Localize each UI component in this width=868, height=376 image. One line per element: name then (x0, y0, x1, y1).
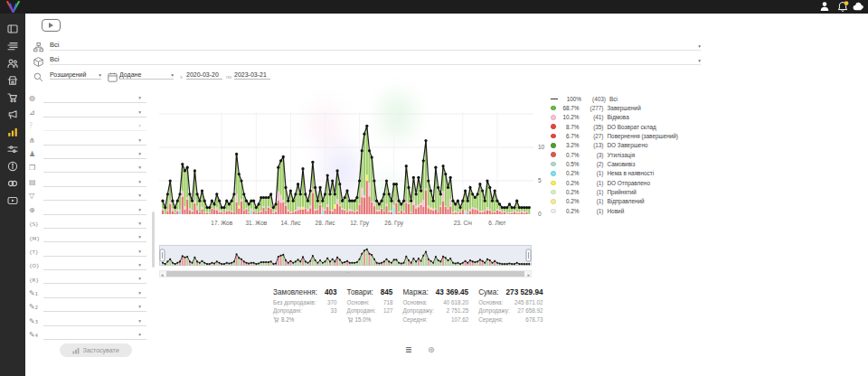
chart-scrollbar[interactable]: ◂ ⋯ ▸ (159, 270, 532, 277)
stat-sub-value: 2 751.25 (447, 307, 469, 314)
custom-4-select[interactable] (43, 330, 146, 340)
sidebar-item-orders[interactable] (7, 39, 18, 50)
scroll-left-icon[interactable]: ◂ (161, 272, 164, 277)
funnel-select[interactable] (43, 191, 146, 201)
cloud-icon[interactable] (853, 1, 864, 12)
sidebar-item-store[interactable] (7, 73, 18, 84)
product-view-icon[interactable]: ⊛ (428, 345, 435, 354)
topbar (0, 0, 868, 14)
legend-item[interactable]: 0.2%(1)Нема в наявності (551, 169, 701, 178)
product-filter-value: Всі (50, 55, 59, 63)
filter-row-custom-3[interactable]: ✎₃▾ (29, 312, 146, 325)
video-panel-icon[interactable] (42, 19, 61, 32)
stats-column: Сума:273 529.94Основна:245 871.02Допрода… (478, 288, 542, 323)
badge-s-select[interactable] (43, 219, 146, 229)
filter-row-badge-o[interactable]: {O}▾ (29, 257, 146, 270)
filter-row-badge-m[interactable]: {M}▾ (29, 229, 146, 242)
main-chart[interactable]: 17. Жов31. Жов14. Лис28. Лис12. Гру26. Г… (159, 89, 548, 231)
filter-row-region[interactable]: ⊕▾ (29, 201, 146, 214)
date-field-select[interactable]: Додане ▾ (119, 70, 174, 80)
scroll-right-icon[interactable]: ▸ (527, 272, 530, 277)
person-select[interactable] (43, 149, 146, 159)
category-filter[interactable]: Всі ▾ (50, 40, 701, 51)
legend-item[interactable]: 68.7%(277)Завершений (551, 103, 701, 112)
app-logo[interactable] (6, 1, 20, 13)
date-from-input[interactable]: 2020-03-20 (186, 70, 222, 80)
filter-row-badge-t[interactable]: {T}▾ (29, 242, 146, 256)
sidebar-item-customers[interactable] (7, 56, 18, 67)
filter-row-trend[interactable]: ⊿▾ (29, 103, 146, 117)
legend-item[interactable]: 0.7%(3)Утилізація (551, 150, 701, 159)
source-select[interactable] (43, 93, 146, 103)
legend-item[interactable]: 6.7%(27)Повернення (завершений) (551, 131, 701, 140)
region-select[interactable] (43, 205, 146, 215)
sidebar-item-video[interactable] (7, 193, 18, 204)
filter-panel-scrollbar[interactable] (152, 212, 155, 268)
chart-navigator[interactable] (159, 245, 532, 269)
badge-m-select[interactable] (43, 232, 146, 242)
search-mode-select[interactable]: Розширений ▾ (50, 70, 101, 80)
stat-label: Маржа: (402, 288, 428, 296)
package-select[interactable] (43, 163, 146, 173)
hierarchy-select[interactable] (43, 136, 146, 146)
categories-icon (33, 40, 43, 50)
chevron-down-icon: ▾ (138, 109, 141, 115)
user-icon[interactable] (819, 1, 830, 12)
custom-1-select[interactable] (43, 288, 146, 298)
filter-row-funnel[interactable]: ▽▾ (29, 187, 146, 201)
sidebar-item-info[interactable] (7, 159, 18, 170)
badge-t-select[interactable] (43, 247, 146, 257)
stat-sub-value: 245 871.02 (514, 299, 543, 306)
stats-column: Маржа:43 369.45Основна:40 618.20Допродаж… (402, 288, 468, 323)
filter-row-custom-2[interactable]: ✎₂▾ (29, 298, 146, 312)
legend-item[interactable]: 0.2%(1)Новий (551, 206, 701, 215)
badge-o-icon: {O} (29, 264, 43, 270)
legend-item[interactable]: 10.2%(41)Відмова (551, 113, 701, 122)
filter-row-custom-1[interactable]: ✎₁▾ (29, 284, 146, 297)
scrollbar-thumb[interactable]: ⋯ (166, 271, 524, 277)
product-filter[interactable]: Всі ▾ (50, 54, 701, 65)
filter-row-hierarchy[interactable]: ⋔▾ (29, 131, 146, 145)
badge-s-icon: {S} (29, 222, 43, 229)
custom-2-select[interactable] (43, 302, 146, 312)
badge-o-select[interactable] (43, 260, 146, 270)
trend-icon: ⊿ (29, 109, 43, 118)
list-view-icon[interactable]: ≣ (405, 345, 412, 354)
custom-3-select[interactable] (43, 316, 146, 326)
filter-row-custom-4[interactable]: ✎₄▾ (29, 326, 146, 340)
sidebar-item-settings[interactable] (7, 142, 18, 153)
legend-dot-swatch (551, 209, 556, 214)
stat-value: 43 369.45 (436, 288, 468, 296)
legend-item[interactable]: 0.2%(1)DO Отправлено (551, 178, 701, 187)
badge-r-select[interactable] (43, 274, 146, 284)
legend-item[interactable]: 8.7%(35)DO Возврат склад (551, 122, 701, 131)
sidebar-item-dashboard[interactable] (7, 22, 18, 33)
filter-row-help[interactable]: ?▾ (29, 118, 146, 131)
filter-row-source[interactable]: ◍▾ (29, 89, 146, 103)
legend-label: Завершений (608, 105, 641, 111)
legend-item[interactable]: 0.2%(1)Прийнятий (551, 187, 701, 196)
date-to-input[interactable]: 2023-03-21 (234, 70, 270, 80)
legend-item[interactable]: 0.5%(2)Самовивіз (551, 159, 701, 168)
legend-item[interactable]: 0.2%(1)Відправлений (551, 197, 701, 206)
sidebar-item-partners[interactable] (7, 176, 18, 187)
date-from-value: 2020-03-20 (186, 71, 219, 78)
trend-select[interactable] (43, 108, 146, 118)
sidebar-item-marketing[interactable] (7, 108, 18, 118)
sidebar-item-analytics[interactable] (7, 125, 18, 136)
legend-label: Відмова (608, 114, 629, 120)
filter-row-person[interactable]: ♟▾ (29, 146, 146, 159)
filter-row-badge-r[interactable]: {R}▾ (29, 270, 146, 284)
money-select[interactable] (43, 177, 146, 187)
filter-row-money[interactable]: ▤▾ (29, 173, 146, 186)
sidebar-item-cart[interactable] (7, 90, 18, 101)
legend-count: (13) (582, 142, 604, 148)
filter-row-badge-s[interactable]: {S}▾ (29, 215, 146, 229)
apply-button[interactable]: Застосувати (60, 343, 132, 357)
legend-item[interactable]: 3.2%(13)DO Завершено (551, 141, 701, 150)
legend-label: Самовивіз (608, 161, 636, 167)
bell-icon[interactable] (837, 1, 849, 13)
help-select[interactable] (43, 121, 146, 131)
filter-row-package[interactable]: ❒▾ (29, 159, 146, 173)
legend-item[interactable]: 100%(403)Всі (551, 94, 701, 103)
